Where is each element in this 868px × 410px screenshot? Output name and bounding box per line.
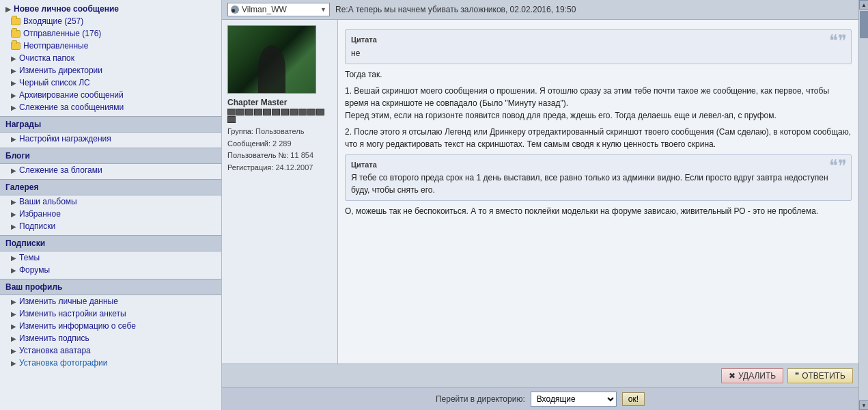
arrow-icon: ▶: [5, 5, 11, 13]
sidebar-item-label: Неотправленные: [23, 41, 88, 51]
sidebar-item-label: Форумы: [19, 265, 50, 275]
sidebar-item-albums[interactable]: ▶ Ваши альбомы: [0, 195, 221, 208]
sidebar-item-directories[interactable]: ▶ Изменить директории: [0, 64, 221, 77]
arrow-icon: ▶: [11, 266, 16, 274]
sidebar-item-label: Установка фотографии: [19, 358, 107, 368]
sidebar-item-label: Новое личное сообщение: [14, 4, 119, 14]
navigate-ok-button[interactable]: ок!: [622, 392, 645, 406]
rank-icons: [227, 109, 332, 123]
quote-block-2: Цитата ❝❞ Я тебе со второго преда срок н…: [345, 154, 852, 202]
sidebar-item-label: Архивирование сообщений: [19, 90, 124, 100]
user-group-line: Группа: Пользователь: [227, 126, 332, 138]
post-content: Цитата ❝❞ не Тогда так. 1. Вешай скриншо…: [338, 20, 858, 364]
arrow-icon: ▶: [11, 135, 16, 143]
rank-icon-2: [236, 109, 244, 115]
sidebar-section-profile: Ваш профиль: [0, 279, 221, 295]
sidebar-item-forums[interactable]: ▶ Форумы: [0, 264, 221, 276]
sidebar-item-set-avatar[interactable]: ▶ Установка аватара: [0, 344, 221, 357]
rank-icon-3: [245, 109, 253, 115]
user-id-line: Пользователь №: 11 854: [227, 150, 332, 162]
sidebar-item-subscriptions-gallery[interactable]: ▶ Подписки: [0, 220, 221, 232]
arrow-icon: ▶: [11, 359, 16, 367]
scroll-thumb[interactable]: [860, 11, 868, 38]
reply-button[interactable]: ❞ ОТВЕТИТЬ: [787, 368, 853, 383]
directory-select[interactable]: Входящие Отправленные Неотправленные: [531, 392, 617, 407]
user-posts-line: Сообщений: 2 289: [227, 138, 332, 150]
sidebar-item-edit-signature[interactable]: ▶ Изменить подпись: [0, 332, 221, 344]
arrow-icon: ▶: [11, 92, 16, 99]
rank-icon-12: [227, 116, 236, 123]
sidebar-item-label: Изменить информацию о себе: [19, 321, 136, 331]
sidebar-item-topics[interactable]: ▶ Темы: [0, 251, 221, 264]
rank-icon-7: [281, 109, 289, 115]
sidebar-item-sent[interactable]: Отправленные (176): [0, 27, 221, 40]
folder-icon: [11, 18, 20, 25]
rank-icon-1: [227, 109, 236, 115]
message-header: ● Vilman_WW ▼ Re:А теперь мы начнем убив…: [222, 0, 858, 20]
sidebar-item-favorites[interactable]: ▶ Избранное: [0, 208, 221, 220]
user-name: Chapter Master: [227, 98, 332, 107]
navigate-bar: Перейти в директорию: Входящие Отправлен…: [222, 387, 858, 410]
arrow-icon: ▶: [11, 254, 16, 262]
sidebar-item-edit-profile[interactable]: ▶ Изменить настройки анкеты: [0, 308, 221, 320]
sender-selector[interactable]: ● Vilman_WW ▼: [227, 3, 330, 16]
sidebar-item-cleanup[interactable]: ▶ Очистка папок: [0, 52, 221, 64]
arrow-icon: ▶: [11, 335, 16, 342]
sidebar-item-label: Черный список ЛС: [19, 78, 90, 87]
quote-text-1: не: [351, 47, 845, 59]
sidebar-item-label: Изменить подпись: [19, 333, 89, 343]
arrow-icon: ▶: [11, 310, 16, 318]
arrow-icon: ▶: [11, 210, 16, 218]
arrow-icon: ▶: [11, 55, 16, 62]
sidebar-item-new-message[interactable]: ▶ Новое личное сообщение: [0, 3, 221, 15]
sidebar-item-archive[interactable]: ▶ Архивирование сообщений: [0, 89, 221, 101]
sidebar-item-tracking[interactable]: ▶ Слежение за сообщениями: [0, 101, 221, 113]
reply-icon: ❞: [795, 371, 799, 381]
quote-mark-2: ❝❞: [829, 158, 847, 174]
post-text-2: 1. Вешай скриншот моего сообщения о прош…: [345, 85, 852, 122]
arrow-icon: ▶: [11, 67, 16, 74]
sidebar-item-label: Темы: [19, 253, 40, 262]
user-icon: ●: [231, 5, 239, 14]
sidebar-section-gallery: Галерея: [0, 179, 221, 195]
rank-icon-4: [254, 109, 262, 115]
sidebar-item-label: Изменить директории: [19, 66, 102, 75]
message-subject: Re:А теперь мы начнем убивать заложников…: [335, 5, 576, 14]
sidebar-item-edit-personal[interactable]: ▶ Изменить личные данные: [0, 295, 221, 308]
user-info: Группа: Пользователь Сообщений: 2 289 По…: [227, 126, 332, 174]
sidebar: ▶ Новое личное сообщение Входящие (257) …: [0, 0, 222, 410]
nav-label: Перейти в директорию:: [436, 394, 525, 404]
sidebar-item-blacklist[interactable]: ▶ Черный список ЛС: [0, 77, 221, 89]
sidebar-item-edit-about[interactable]: ▶ Изменить информацию о себе: [0, 320, 221, 332]
sender-name: Vilman_WW: [242, 5, 287, 14]
arrow-icon: ▶: [11, 223, 16, 230]
message-body: Chapter Master Гру: [222, 20, 858, 364]
delete-button[interactable]: ✖ УДАЛИТЬ: [721, 368, 783, 383]
sidebar-item-label: Входящие (257): [23, 16, 83, 26]
arrow-icon: ▶: [11, 104, 16, 111]
scroll-down-button[interactable]: ▼: [859, 400, 868, 410]
rank-icon-10: [307, 109, 316, 115]
sidebar-item-label: Настройки награждения: [19, 134, 111, 144]
sidebar-item-award-settings[interactable]: ▶ Настройки награждения: [0, 133, 221, 145]
quote-label-2: Цитата: [351, 159, 845, 171]
sidebar-item-label: Слежение за блогами: [19, 165, 102, 175]
sidebar-item-label: Избранное: [19, 209, 61, 219]
sidebar-section-awards: Награды: [0, 116, 221, 133]
scroll-up-button[interactable]: ▲: [859, 0, 868, 10]
arrow-icon: ▶: [11, 167, 16, 174]
sidebar-section-blogs: Блоги: [0, 148, 221, 164]
arrow-icon: ▶: [11, 347, 16, 355]
avatar-figure: [258, 45, 285, 93]
sidebar-item-inbox[interactable]: Входящие (257): [0, 15, 221, 27]
right-scrollbar[interactable]: ▲ ▼: [858, 0, 868, 410]
post-text-1: Тогда так.: [345, 68, 852, 81]
sidebar-item-label: Подписки: [19, 221, 55, 231]
avatar: [227, 25, 316, 94]
scroll-track: [859, 10, 868, 400]
sidebar-item-blog-tracking[interactable]: ▶ Слежение за блогами: [0, 164, 221, 176]
sidebar-item-set-photo[interactable]: ▶ Установка фотографии: [0, 357, 221, 369]
sidebar-item-drafts[interactable]: Неотправленные: [0, 40, 221, 52]
rank-icon-11: [316, 109, 324, 115]
sidebar-item-label: Изменить настройки анкеты: [19, 309, 126, 318]
